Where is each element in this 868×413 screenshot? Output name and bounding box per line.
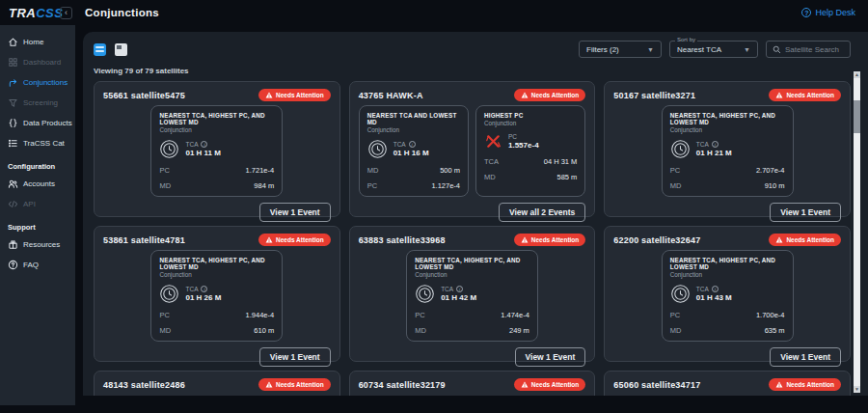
needs-attention-badge: Needs Attention — [769, 234, 841, 246]
metric-row: PC1.721e-4 — [159, 166, 274, 175]
search-input[interactable] — [785, 45, 844, 54]
card-header: 43765 HAWK-A Needs Attention — [359, 89, 586, 101]
info-icon[interactable]: i — [409, 141, 416, 148]
info-icon[interactable]: i — [456, 286, 463, 292]
badge-label: Needs Attention — [276, 236, 324, 243]
needs-attention-badge: Needs Attention — [769, 378, 841, 391]
badge-label: Needs Attention — [276, 381, 324, 388]
home-icon — [8, 37, 18, 47]
sidebar-collapse-button[interactable]: ‹ — [60, 7, 72, 19]
badge-label: Needs Attention — [786, 236, 834, 243]
panel-title: NEAREST TCA, HIGHEST PC, AND LOWEST MD — [670, 112, 785, 125]
view-events-button[interactable]: View 1 Event — [770, 347, 841, 367]
view-events-button[interactable]: View 1 Event — [515, 347, 586, 367]
view-events-button[interactable]: View 1 Event — [259, 347, 331, 367]
sidebar-item-dashboard[interactable]: Dashboard — [0, 52, 75, 72]
clock-icon — [670, 139, 691, 159]
info-icon[interactable]: i — [201, 141, 207, 148]
row-label: MD — [159, 326, 171, 335]
sort-value: Nearest TCA — [677, 45, 721, 54]
metric-value: 01 H 42 M — [441, 293, 476, 302]
card-title: 60734 satellite32179 — [359, 378, 446, 390]
primary-metric: TCAi 01 H 16 M — [367, 139, 460, 159]
sidebar-item-label: FAQ — [23, 261, 39, 269]
sidebar-item-screening[interactable]: Screening — [0, 93, 75, 113]
sidebar-item-data-products[interactable]: Data Products — [0, 113, 75, 133]
sidebar-item-home[interactable]: Home — [0, 32, 75, 52]
info-icon[interactable]: i — [712, 286, 719, 292]
sidebar-item-tracss-cat[interactable]: TraCSS Cat — [0, 133, 75, 153]
panels-row: NEAREST TCA AND LOWEST MD Conjunction TC… — [359, 105, 586, 197]
row-label: PC — [367, 181, 377, 190]
cards-grid: 55661 satellite5475 Needs Attention NEAR… — [94, 81, 851, 396]
metric-row: MD910 m — [670, 181, 785, 190]
panel-subtitle: Conjunction — [159, 271, 274, 278]
metric-label: TCAi — [696, 141, 732, 148]
sidebar-item-label: TraCSS Cat — [23, 139, 65, 148]
card-footer: View 1 Event — [613, 203, 841, 222]
logo-text-primary: TRA — [9, 6, 36, 20]
primary-metric: TCAi 01 H 11 M — [159, 139, 274, 159]
view-events-button[interactable]: View 1 Event — [259, 203, 331, 222]
sort-control: Sort by Nearest TCA ▼ — [669, 41, 758, 58]
main-panel: Filters (2) ▼ Sort by Nearest TCA ▼ View… — [83, 32, 868, 396]
card-title: 53861 satellite4781 — [103, 234, 185, 245]
metric-label: TCAi — [441, 286, 476, 292]
panels-row: NEAREST TCA, HIGHEST PC, AND LOWEST MD C… — [103, 105, 331, 197]
card-footer: View all 2 Events — [359, 203, 586, 222]
search-icon — [773, 45, 781, 54]
sort-by-label: Sort by — [675, 37, 697, 42]
primary-metric: TCAi 01 H 43 M — [670, 284, 785, 304]
panels-row: NEAREST TCA, HIGHEST PC, AND LOWEST MD C… — [613, 250, 841, 342]
sidebar-item-faq[interactable]: FAQ — [0, 255, 75, 275]
metric-label: PC — [508, 133, 539, 140]
sidebar-item-accounts[interactable]: Accounts — [0, 174, 75, 194]
warning-icon — [265, 236, 273, 243]
needs-attention-badge: Needs Attention — [514, 89, 586, 101]
needs-attention-badge: Needs Attention — [258, 89, 331, 101]
row-value: 2.707e-4 — [756, 166, 785, 175]
row-label: MD — [670, 326, 682, 335]
filters-dropdown[interactable]: Filters (2) ▼ — [579, 41, 662, 58]
conjunction-summary-panel: HIGHEST PC Conjunction PC 1.557e-4 TCA04… — [475, 105, 585, 197]
help-desk-link[interactable]: ? Help Desk — [801, 8, 855, 17]
sidebar-item-conjunctions[interactable]: Conjunctions — [0, 72, 75, 93]
badge-label: Needs Attention — [531, 236, 580, 243]
badge-label: Needs Attention — [531, 92, 580, 98]
sidebar-item-api[interactable]: API — [0, 194, 75, 214]
sidebar-item-label: API — [23, 200, 36, 208]
card-view-toggle[interactable] — [94, 43, 106, 56]
panel-title: NEAREST TCA, HIGHEST PC, AND LOWEST MD — [159, 257, 274, 270]
api-icon — [8, 199, 18, 209]
scroll-up-icon[interactable]: ▲ — [854, 71, 860, 78]
scrollbar-thumb[interactable] — [854, 100, 860, 133]
metric-value: 01 H 26 M — [185, 293, 221, 302]
panel-subtitle: Conjunction — [670, 271, 785, 278]
card-title: 48143 satellite2486 — [103, 378, 185, 390]
row-label: PC — [415, 311, 424, 319]
metric-row: PC1.700e-4 — [670, 311, 785, 319]
top-bar: TRACSS ‹ Conjunctions ? Help Desk — [0, 0, 868, 25]
sidebar-item-resources[interactable]: Resources — [0, 234, 75, 255]
card-title: 43765 HAWK-A — [359, 89, 423, 100]
card-footer: View 1 Event — [613, 347, 841, 367]
info-icon[interactable]: i — [712, 141, 719, 148]
sort-dropdown[interactable]: Nearest TCA ▼ — [669, 41, 758, 58]
view-events-button[interactable]: View all 2 Events — [499, 203, 585, 222]
conjunction-summary-panel: NEAREST TCA AND LOWEST MD Conjunction TC… — [359, 105, 469, 197]
badge-label: Needs Attention — [276, 92, 324, 98]
row-label: PC — [159, 166, 169, 175]
clock-icon — [670, 284, 691, 304]
card-header: 50167 satellite3271 Needs Attention — [613, 89, 841, 101]
catalog-icon — [8, 138, 18, 149]
needs-attention-badge: Needs Attention — [514, 378, 586, 391]
sidebar-item-label: Dashboard — [23, 58, 61, 67]
view-events-button[interactable]: View 1 Event — [770, 203, 841, 222]
satellite-search — [766, 41, 851, 58]
table-view-toggle[interactable] — [115, 43, 127, 56]
satellite-card: 48143 satellite2486 Needs Attention — [94, 371, 340, 396]
info-icon[interactable]: i — [201, 286, 207, 292]
vertical-scrollbar[interactable]: ▲ ▼ — [854, 71, 860, 393]
scroll-down-icon[interactable]: ▼ — [854, 386, 860, 393]
data-products-icon — [8, 118, 18, 128]
